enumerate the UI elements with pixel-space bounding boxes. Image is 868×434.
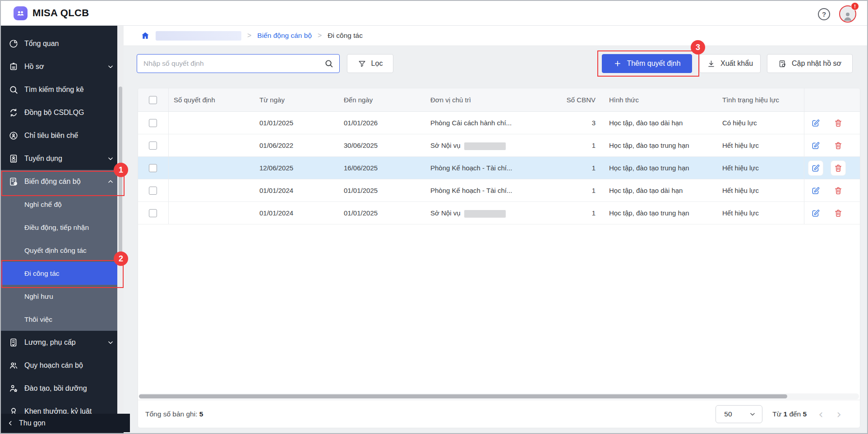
sidebar-subitem-di-cong-tac[interactable]: Đi công tác bbox=[1, 262, 124, 285]
record-range: Từ 1 đến 5 bbox=[772, 410, 807, 418]
next-page-icon[interactable]: › bbox=[835, 408, 843, 420]
sidebar-subitem-nghi-huu[interactable]: Nghỉ hưu bbox=[1, 285, 124, 308]
sidebar-item-tong-quan[interactable]: Tổng quan bbox=[1, 32, 124, 55]
update-profile-button[interactable]: Cập nhật hồ sơ bbox=[767, 54, 853, 73]
edit-icon[interactable] bbox=[808, 206, 823, 220]
data-table-card: Số quyết định Từ ngày Đến ngày Đơn vị ch… bbox=[138, 88, 860, 428]
person-icon bbox=[842, 11, 854, 22]
sidebar-subitem-thoi-viec[interactable]: Thôi việc bbox=[1, 308, 124, 331]
redacted-text bbox=[464, 142, 506, 150]
sidebar-item-dao-tao[interactable]: Đào tạo, bồi dưỡng bbox=[1, 377, 124, 400]
delete-icon[interactable] bbox=[831, 138, 845, 153]
redacted-text bbox=[464, 210, 506, 218]
sidebar-item-tuyen-dung[interactable]: Tuyển dụng bbox=[1, 147, 124, 170]
row-checkbox[interactable] bbox=[149, 119, 157, 127]
delete-icon[interactable] bbox=[831, 206, 845, 220]
plus-icon bbox=[613, 59, 622, 68]
id-card-icon bbox=[9, 62, 18, 72]
column-header[interactable]: Hình thức bbox=[609, 88, 639, 111]
edit-icon[interactable] bbox=[808, 138, 823, 153]
app-logo[interactable] bbox=[14, 6, 28, 20]
sidebar-item-dong-bo[interactable]: Đồng bộ CSDLQG bbox=[1, 101, 124, 124]
sidebar-item-ho-so[interactable]: Hồ sơ bbox=[1, 55, 124, 78]
add-decision-button[interactable]: Thêm quyết định bbox=[602, 54, 692, 73]
column-header[interactable]: Số quyết định bbox=[174, 88, 215, 111]
column-header[interactable]: Số CBNV bbox=[558, 88, 596, 111]
document-refresh-icon bbox=[778, 59, 787, 68]
table-row[interactable]: 01/01/2024 01/01/2025 Sở Nội vụ 1 Học tậ… bbox=[138, 202, 860, 224]
search-input[interactable] bbox=[137, 55, 324, 73]
filter-icon bbox=[358, 59, 367, 68]
table-row[interactable]: 01/06/2022 30/06/2025 Sở Nội vụ 1 Học tậ… bbox=[138, 134, 860, 157]
row-checkbox[interactable] bbox=[149, 209, 157, 217]
export-button[interactable]: Xuất khẩu bbox=[699, 54, 761, 73]
sync-icon bbox=[9, 108, 18, 118]
pie-chart-icon bbox=[9, 39, 18, 49]
sidebar-item-quy-hoach[interactable]: Quy hoạch cán bộ bbox=[1, 354, 124, 377]
page-size-select[interactable]: 50 bbox=[716, 405, 762, 423]
table-row[interactable]: 01/01/2024 01/01/2025 Phòng Kế hoạch - T… bbox=[138, 179, 860, 202]
horizontal-scrollbar-thumb[interactable] bbox=[139, 394, 787, 398]
previous-page-icon[interactable]: ‹ bbox=[817, 408, 825, 420]
target-user-icon bbox=[9, 131, 18, 141]
notification-badge[interactable]: ! bbox=[851, 2, 859, 10]
search-icon[interactable] bbox=[324, 59, 334, 69]
sidebar-subitem-quyet-dinh-cong-tac[interactable]: Quyết định công tác bbox=[1, 239, 124, 262]
breadcrumb-separator: > bbox=[247, 32, 251, 40]
column-header[interactable]: Đến ngày bbox=[344, 88, 373, 111]
chevron-up-icon bbox=[107, 178, 114, 185]
column-header[interactable]: Tình trạng hiệu lực bbox=[722, 88, 779, 111]
total-records-value: 5 bbox=[199, 410, 203, 418]
table-row[interactable]: 01/01/2025 01/01/2026 Phòng Cải cách hàn… bbox=[138, 112, 860, 134]
sidebar-item-tim-kiem[interactable]: Tìm kiếm thống kê bbox=[1, 78, 124, 101]
row-checkbox[interactable] bbox=[149, 142, 157, 150]
help-icon[interactable]: ? bbox=[818, 8, 830, 20]
top-bar: MISA QLCB ? ! bbox=[1, 1, 867, 26]
delete-icon[interactable] bbox=[831, 183, 845, 198]
row-checkbox[interactable] bbox=[149, 187, 157, 195]
edit-icon[interactable] bbox=[808, 161, 823, 175]
edit-icon[interactable] bbox=[808, 116, 823, 130]
chevron-down-icon bbox=[749, 411, 756, 417]
sidebar-item-bien-dong-can-bo[interactable]: Biến động cán bộ bbox=[1, 170, 124, 193]
sidebar: Tổng quan Hồ sơ Tìm kiếm thống kê Đồng b… bbox=[1, 26, 124, 434]
delete-icon[interactable] bbox=[831, 161, 845, 175]
select-all-checkbox[interactable] bbox=[149, 96, 157, 104]
users-icon bbox=[9, 361, 18, 370]
app-window: MISA QLCB ? ! Tổng quan Hồ sơ Tìm kiếm t… bbox=[0, 0, 868, 434]
breadcrumb-separator: > bbox=[318, 32, 322, 40]
document-gear-icon bbox=[9, 177, 18, 187]
user-star-icon bbox=[9, 384, 18, 393]
breadcrumb-org-redacted[interactable] bbox=[156, 31, 241, 41]
home-icon[interactable] bbox=[141, 31, 150, 40]
chevron-down-icon bbox=[107, 339, 114, 346]
page-size-value: 50 bbox=[724, 410, 732, 418]
edit-icon[interactable] bbox=[808, 183, 823, 198]
total-records: Tổng số bản ghi: 5 bbox=[145, 410, 203, 418]
column-header[interactable]: Đơn vị chủ trì bbox=[430, 88, 471, 111]
filter-button[interactable]: Lọc bbox=[347, 54, 393, 73]
delete-icon[interactable] bbox=[831, 116, 845, 130]
people-icon bbox=[16, 9, 25, 18]
table-footer: Tổng số bản ghi: 5 50 Từ 1 đến 5 ‹ › bbox=[138, 400, 860, 428]
table-row-selected[interactable]: 12/06/2025 16/06/2025 Phòng Kế hoạch - T… bbox=[138, 157, 860, 179]
chevron-down-icon bbox=[107, 64, 114, 70]
row-checkbox[interactable] bbox=[149, 164, 157, 172]
sidebar-item-chi-tieu[interactable]: Chỉ tiêu biên chế bbox=[1, 124, 124, 147]
sidebar-item-luong-phu-cap[interactable]: Lương, phụ cấp bbox=[1, 331, 124, 354]
sidebar-subitem-dieu-dong[interactable]: Điều động, tiếp nhận bbox=[1, 216, 124, 239]
search-icon bbox=[9, 85, 18, 95]
chevron-down-icon bbox=[107, 155, 114, 162]
sidebar-subitem-nghi-che-do[interactable]: Nghỉ chế độ bbox=[1, 193, 124, 216]
collapse-label: Thu gọn bbox=[19, 419, 46, 427]
breadcrumb: > Biến động cán bộ > Đi công tác bbox=[124, 26, 868, 46]
search-box bbox=[137, 54, 340, 73]
sidebar-group-bien-dong: Biến động cán bộ Nghỉ chế độ Điều động, … bbox=[1, 170, 124, 331]
column-header[interactable]: Từ ngày bbox=[259, 88, 285, 111]
document-check-icon bbox=[9, 338, 18, 347]
sidebar-scrollbar-thumb[interactable] bbox=[119, 87, 122, 264]
breadcrumb-link-bien-dong[interactable]: Biến động cán bộ bbox=[257, 32, 312, 40]
breadcrumb-current: Đi công tác bbox=[328, 32, 363, 40]
chevron-left-icon bbox=[7, 420, 14, 426]
sidebar-collapse-button[interactable]: Thu gọn bbox=[1, 414, 130, 432]
